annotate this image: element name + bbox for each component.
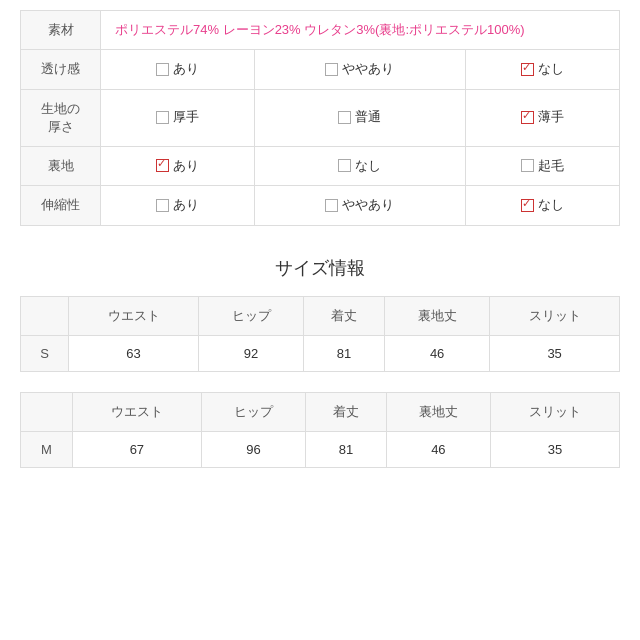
checkbox-empty-icon: [156, 111, 169, 124]
checkbox-empty-icon: [156, 199, 169, 212]
size-table-header-row: ウエスト ヒップ 着丈 裏地丈 スリット: [21, 296, 620, 335]
thickness-option-3: 薄手: [465, 89, 619, 146]
size-s-length: 81: [304, 335, 385, 371]
size-col-hip-m: ヒップ: [201, 392, 306, 431]
size-col-hip: ヒップ: [198, 296, 303, 335]
stretch-row: 伸縮性 あり ややあり なし: [21, 186, 620, 226]
size-label-s: S: [21, 335, 69, 371]
checkbox-checked-icon: [156, 159, 169, 172]
thickness-option-2-label: 普通: [355, 108, 381, 126]
lining-label: 裏地: [21, 146, 101, 186]
size-m-slit: 35: [491, 431, 620, 467]
thickness-row: 生地の厚さ 厚手 普通 薄手: [21, 89, 620, 146]
thickness-option-3-label: 薄手: [538, 108, 564, 126]
checkbox-checked-icon: [521, 111, 534, 124]
material-label: 素材: [21, 11, 101, 50]
size-label-m: M: [21, 431, 73, 467]
stretch-option-1-label: あり: [173, 196, 199, 214]
transparency-option-1: あり: [101, 50, 255, 90]
stretch-label: 伸縮性: [21, 186, 101, 226]
checkbox-empty-icon: [325, 199, 338, 212]
material-properties-table: 素材 ポリエステル74% レーヨン23% ウレタン3%(裏地:ポリエステル100…: [20, 10, 620, 226]
size-m-waist: 67: [72, 431, 201, 467]
transparency-label: 透け感: [21, 50, 101, 90]
lining-option-1: あり: [101, 146, 255, 186]
thickness-option-1: 厚手: [101, 89, 255, 146]
material-row: 素材 ポリエステル74% レーヨン23% ウレタン3%(裏地:ポリエステル100…: [21, 11, 620, 50]
stretch-option-3-label: なし: [538, 196, 564, 214]
size-col-length-m: 着丈: [306, 392, 386, 431]
checkbox-empty-icon: [521, 159, 534, 172]
transparency-option-3: なし: [465, 50, 619, 90]
size-col-slit-m: スリット: [491, 392, 620, 431]
lining-option-1-label: あり: [173, 157, 199, 175]
lining-option-3-label: 起毛: [538, 157, 564, 175]
size-table-s: ウエスト ヒップ 着丈 裏地丈 スリット S 63 92 81 46 35: [20, 296, 620, 372]
stretch-option-2: ややあり: [255, 186, 465, 226]
size-col-lining-length-m: 裏地丈: [386, 392, 491, 431]
size-table-header-row-m: ウエスト ヒップ 着丈 裏地丈 スリット: [21, 392, 620, 431]
lining-option-2: なし: [255, 146, 465, 186]
transparency-row: 透け感 あり ややあり なし: [21, 50, 620, 90]
size-col-waist-m: ウエスト: [72, 392, 201, 431]
size-s-waist: 63: [69, 335, 199, 371]
checkbox-checked-icon: [521, 63, 534, 76]
lining-option-3: 起毛: [465, 146, 619, 186]
stretch-option-3: なし: [465, 186, 619, 226]
size-m-length: 81: [306, 431, 386, 467]
size-m-hip: 96: [201, 431, 306, 467]
size-section-title: サイズ情報: [20, 256, 620, 280]
transparency-option-3-label: なし: [538, 60, 564, 78]
thickness-label: 生地の厚さ: [21, 89, 101, 146]
checkbox-empty-icon: [338, 159, 351, 172]
material-value: ポリエステル74% レーヨン23% ウレタン3%(裏地:ポリエステル100%): [101, 11, 620, 50]
size-col-length: 着丈: [304, 296, 385, 335]
size-col-empty: [21, 296, 69, 335]
size-row-m: M 67 96 81 46 35: [21, 431, 620, 467]
size-col-slit: スリット: [490, 296, 620, 335]
stretch-option-2-label: ややあり: [342, 196, 394, 214]
size-col-empty-m: [21, 392, 73, 431]
transparency-option-2: ややあり: [255, 50, 465, 90]
lining-row: 裏地 あり なし 起毛: [21, 146, 620, 186]
thickness-option-1-label: 厚手: [173, 108, 199, 126]
size-s-slit: 35: [490, 335, 620, 371]
lining-option-2-label: なし: [355, 157, 381, 175]
checkbox-checked-icon: [521, 199, 534, 212]
size-col-lining-length: 裏地丈: [385, 296, 490, 335]
checkbox-empty-icon: [325, 63, 338, 76]
size-s-hip: 92: [198, 335, 303, 371]
checkbox-empty-icon: [338, 111, 351, 124]
size-s-lining-length: 46: [385, 335, 490, 371]
stretch-option-1: あり: [101, 186, 255, 226]
size-row-s: S 63 92 81 46 35: [21, 335, 620, 371]
size-table-m: ウエスト ヒップ 着丈 裏地丈 スリット M 67 96 81 46 35: [20, 392, 620, 468]
checkbox-empty-icon: [156, 63, 169, 76]
size-m-lining-length: 46: [386, 431, 491, 467]
transparency-option-1-label: あり: [173, 60, 199, 78]
transparency-option-2-label: ややあり: [342, 60, 394, 78]
thickness-option-2: 普通: [255, 89, 465, 146]
size-col-waist: ウエスト: [69, 296, 199, 335]
